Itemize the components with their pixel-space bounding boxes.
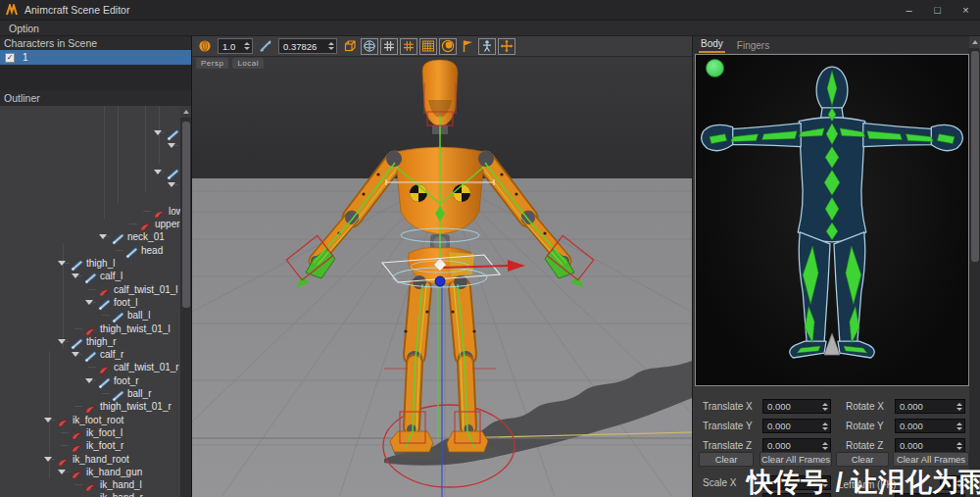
spin-value: 0.37826 [279,41,325,52]
outliner-item-foot_l[interactable]: foot_l [0,296,180,309]
minimize-button[interactable]: – [895,0,923,20]
expander-icon[interactable] [72,273,79,278]
tab-fingers[interactable]: Fingers [735,38,771,53]
spinner-arrows-icon[interactable] [954,422,964,430]
checker-icon[interactable] [419,38,437,55]
outliner-item-label: ik_foot_r [86,440,123,452]
outliner-item-label: neck_01 [127,231,165,243]
outliner-item-calf_r[interactable]: calf_r [0,348,180,361]
character-row-1[interactable]: ✓1 [0,50,192,65]
expander-icon[interactable] [154,130,162,135]
outliner-item-ik_hand_root[interactable]: ik_hand_root [0,453,180,466]
outliner-item[interactable] [0,139,180,152]
maximize-button[interactable]: □ [923,0,952,20]
spinner-arrows-icon[interactable] [325,42,336,50]
grid-orange-icon[interactable] [400,38,417,55]
translate-x-spinbox[interactable]: 0.000 [762,399,831,414]
checkbox-icon[interactable]: ✓ [5,53,15,63]
outliner-item-foot_r[interactable]: foot_r [0,374,180,387]
viewport-canvas[interactable] [192,57,692,497]
eclipse-icon[interactable] [439,38,457,55]
outliner-item-label: ball_l [127,310,150,322]
outliner-item-ik_hand_r[interactable]: ik_hand_r [0,491,180,497]
outliner-item-label: ik_hand_gun [86,467,142,478]
right-scrollbar[interactable] [969,36,980,497]
expander-icon[interactable] [58,470,66,474]
scroll-up-icon[interactable] [180,106,192,118]
flag-icon[interactable] [459,38,476,55]
select-all-button[interactable] [706,59,724,77]
spinner-arrows-icon[interactable] [819,403,830,411]
rotate-x-spinbox[interactable]: 0.000 [895,399,965,414]
outliner-item-thigh_twist_01_l[interactable]: thigh_twist_01_l [0,323,180,335]
expander-icon[interactable] [58,339,66,344]
translate-y-spinbox[interactable]: 0.000 [762,419,831,433]
expander-icon[interactable] [58,261,66,266]
outliner-item-head[interactable]: head [0,244,180,257]
body-picker[interactable] [695,54,969,386]
wire-sphere-icon[interactable] [361,38,378,55]
viewport-chip-local[interactable]: Local [232,58,264,69]
grid-icon[interactable] [380,38,398,55]
tab-body[interactable]: Body [699,36,725,53]
cube-icon[interactable] [341,38,359,55]
viewport-3d[interactable]: PerspLocal [192,57,692,497]
rotate-y-spinbox[interactable]: 0.000 [895,419,965,433]
outliner-item-calf_twist_01_r[interactable]: calf_twist_01_r [0,361,180,373]
tree-connector [74,484,82,485]
outliner-scrollbar[interactable] [180,106,192,497]
close-button[interactable]: × [952,0,980,20]
outliner-item-thigh_twist_01_r[interactable]: thigh_twist_01_r [0,400,180,413]
outliner-item-upperarm[interactable]: upperarm [0,218,180,230]
outliner-item-label: ik_foot_l [86,427,122,439]
spinner-arrows-icon[interactable] [954,403,964,411]
outliner-item-calf_l[interactable]: calf_l [0,270,180,282]
outliner-item-ball_r[interactable]: ball_r [0,387,180,400]
expander-icon[interactable] [44,418,52,422]
tree-connector [143,211,151,212]
picker-root-marker[interactable] [824,333,840,355]
clear-button[interactable]: Clear [699,452,754,467]
translate-z-spinbox[interactable]: 0.000 [762,438,831,453]
onion-skin-icon[interactable] [196,38,214,55]
outliner-item[interactable] [0,178,180,191]
picker-bones[interactable] [710,71,955,353]
rotate-z-spinbox[interactable]: 0.000 [895,438,965,453]
outliner-item-thigh_l[interactable]: thigh_l [0,257,180,270]
outliner-item-ik_hand_l[interactable]: ik_hand_l [0,478,180,491]
expander-icon[interactable] [72,352,79,357]
outliner-item-calf_twist_01_l[interactable]: calf_twist_01_l [0,283,180,296]
outliner-item-thigh_r[interactable]: thigh_r [0,335,180,348]
expander-icon[interactable] [85,300,93,305]
measure-spinbox[interactable]: 0.37826 [278,38,337,54]
expander-icon[interactable] [154,170,162,174]
outliner-item-ik_foot_root[interactable]: ik_foot_root [0,414,180,426]
outliner-item-ik_foot_r[interactable]: ik_foot_r [0,439,180,452]
spinner-arrows-icon[interactable] [819,442,830,450]
outliner-item-neck_01[interactable]: neck_01 [0,230,180,243]
spinner-arrows-icon[interactable] [954,442,964,450]
expander-icon[interactable] [99,234,107,239]
spinner-arrows-icon[interactable] [819,422,830,430]
frame-scale-spinbox[interactable]: 1.0 [218,38,253,54]
expander-icon[interactable] [168,182,175,187]
move-icon[interactable] [498,38,515,55]
expander-icon[interactable] [85,378,93,383]
menu-item-option[interactable]: Option [0,23,48,34]
character-icon[interactable] [478,38,496,55]
viewport-chip-persp[interactable]: Persp [196,58,228,69]
outliner-item-ball_l[interactable]: ball_l [0,309,180,322]
body-picker-figure[interactable] [696,55,968,385]
tree-connector [116,250,123,251]
expander-icon[interactable] [168,143,175,148]
spinner-arrows-icon[interactable] [241,42,252,50]
outliner-item-lowerarm[interactable]: lowerarm [0,205,180,218]
expander-icon[interactable] [44,457,52,462]
outliner-tree: lowerarmupperarmneck_01headthigh_lcalf_l… [0,106,180,497]
scroll-up-icon[interactable] [969,36,980,48]
outliner-item[interactable] [0,166,180,178]
outliner-item[interactable] [0,126,180,139]
ruler-icon[interactable] [257,38,274,55]
outliner-item-ik_foot_l[interactable]: ik_foot_l [0,426,180,439]
outliner-item-ik_hand_gun[interactable]: ik_hand_gun [0,466,180,478]
